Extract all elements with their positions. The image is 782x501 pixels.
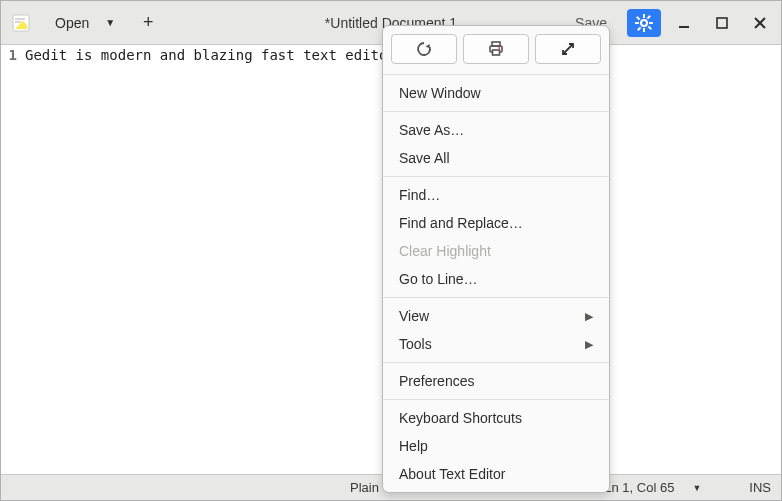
fullscreen-icon [560, 41, 576, 57]
chevron-right-icon: ▶ [585, 338, 593, 351]
chevron-down-icon: ▼ [692, 483, 701, 493]
hamburger-popover: New Window Save As… Save All Find… Find … [382, 25, 610, 493]
svg-point-21 [498, 47, 500, 49]
chevron-right-icon: ▶ [585, 310, 593, 323]
maximize-button[interactable] [707, 9, 737, 37]
chevron-down-icon: ▼ [105, 17, 115, 28]
menu-item-label: New Window [399, 85, 481, 101]
menu-find[interactable]: Find… [383, 181, 609, 209]
separator [383, 297, 609, 298]
svg-rect-20 [493, 50, 500, 55]
new-tab-button[interactable]: + [135, 10, 161, 36]
gear-icon [635, 14, 653, 32]
svg-rect-6 [643, 28, 645, 32]
menu-item-label: Save All [399, 150, 450, 166]
minimize-icon [677, 16, 691, 30]
app-window: Open ▼ + *Untitled Document 1 Save [0, 0, 782, 501]
reload-icon [415, 40, 433, 58]
svg-rect-11 [647, 15, 651, 19]
menu-clear-highlight: Clear Highlight [383, 237, 609, 265]
app-icon [11, 13, 31, 33]
reload-button[interactable] [391, 34, 457, 64]
menu-item-label: Tools [399, 336, 432, 352]
svg-line-22 [563, 44, 573, 54]
insert-mode-label: INS [749, 480, 771, 495]
menu-new-window[interactable]: New Window [383, 79, 609, 107]
svg-point-4 [641, 20, 647, 26]
menu-item-label: Help [399, 438, 428, 454]
open-button[interactable]: Open ▼ [45, 9, 121, 37]
svg-rect-8 [649, 22, 653, 24]
menu-item-label: Keyboard Shortcuts [399, 410, 522, 426]
menu-item-label: Find… [399, 187, 440, 203]
menu-about[interactable]: About Text Editor [383, 460, 609, 488]
svg-rect-10 [648, 25, 652, 29]
maximize-icon [715, 16, 729, 30]
svg-marker-17 [426, 44, 430, 48]
insert-mode-indicator[interactable]: INS [749, 480, 771, 495]
menu-item-label: Go to Line… [399, 271, 478, 287]
svg-rect-5 [643, 14, 645, 18]
menu-save-all[interactable]: Save All [383, 144, 609, 172]
menu-keyboard-shortcuts[interactable]: Keyboard Shortcuts [383, 404, 609, 432]
menu-view[interactable]: View▶ [383, 302, 609, 330]
line-number-gutter: 1 [1, 45, 21, 474]
svg-rect-9 [636, 16, 640, 20]
line-ending-selector[interactable]: ▼ [692, 483, 701, 493]
menu-item-label: Preferences [399, 373, 474, 389]
cursor-position: Ln 1, Col 65 [604, 480, 674, 495]
menu-save-as[interactable]: Save As… [383, 116, 609, 144]
print-icon [487, 40, 505, 58]
svg-rect-14 [717, 18, 727, 28]
menu-item-label: View [399, 308, 429, 324]
hamburger-menu-button[interactable] [627, 9, 661, 37]
separator [383, 362, 609, 363]
print-button[interactable] [463, 34, 529, 64]
menu-help[interactable]: Help [383, 432, 609, 460]
plus-icon: + [143, 12, 154, 33]
cursor-position-label: Ln 1, Col 65 [604, 480, 674, 495]
fullscreen-button[interactable] [535, 34, 601, 64]
menu-preferences[interactable]: Preferences [383, 367, 609, 395]
menu-goto-line[interactable]: Go to Line… [383, 265, 609, 293]
popover-toolbar [383, 32, 609, 70]
menu-item-label: About Text Editor [399, 466, 505, 482]
separator [383, 111, 609, 112]
open-button-label: Open [55, 15, 89, 31]
menu-item-label: Save As… [399, 122, 464, 138]
minimize-button[interactable] [669, 9, 699, 37]
separator [383, 399, 609, 400]
close-icon [753, 16, 767, 30]
separator [383, 74, 609, 75]
menu-item-label: Clear Highlight [399, 243, 491, 259]
svg-rect-7 [635, 22, 639, 24]
svg-rect-12 [637, 26, 641, 30]
menu-find-replace[interactable]: Find and Replace… [383, 209, 609, 237]
menu-item-label: Find and Replace… [399, 215, 523, 231]
separator [383, 176, 609, 177]
menu-tools[interactable]: Tools▶ [383, 330, 609, 358]
line-number: 1 [1, 47, 17, 63]
close-button[interactable] [745, 9, 775, 37]
